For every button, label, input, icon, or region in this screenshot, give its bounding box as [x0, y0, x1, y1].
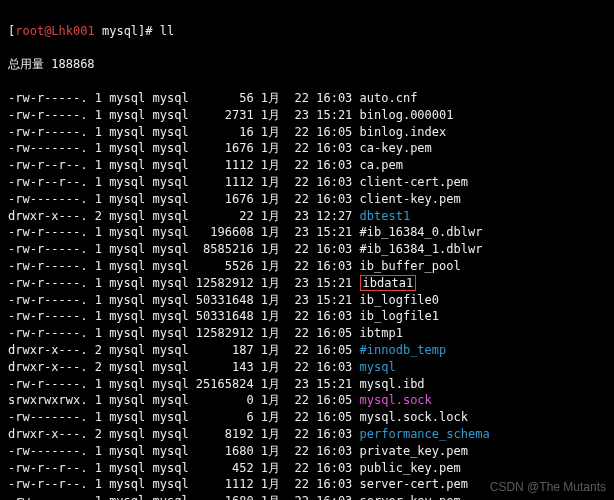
file-name: mysql.sock — [360, 393, 432, 407]
prompt-line[interactable]: [root@Lhk001 mysql]# ll — [8, 23, 606, 40]
terminal-output: [root@Lhk001 mysql]# ll 总用量 188868 -rw-r… — [0, 0, 614, 500]
file-row: drwxr-x---. 2 mysql mysql 8192 1月 22 16:… — [8, 426, 606, 443]
file-name: #innodb_temp — [360, 343, 447, 357]
file-name: server-cert.pem — [360, 477, 468, 491]
file-row: -rw-r-----. 1 mysql mysql 25165824 1月 23… — [8, 376, 606, 393]
file-name: public_key.pem — [360, 461, 461, 475]
file-row: -rw-------. 1 mysql mysql 1676 1月 22 16:… — [8, 140, 606, 157]
file-name: mysql — [360, 360, 396, 374]
file-row: -rw-r-----. 1 mysql mysql 12582912 1月 22… — [8, 325, 606, 342]
file-row: -rw-r-----. 1 mysql mysql 2731 1月 23 15:… — [8, 107, 606, 124]
file-name: ibdata1 — [360, 275, 417, 291]
file-row: -rw-r-----. 1 mysql mysql 196608 1月 23 1… — [8, 224, 606, 241]
file-name: ib_logfile1 — [360, 309, 439, 323]
file-name: #ib_16384_0.dblwr — [360, 225, 483, 239]
file-name: binlog.index — [360, 125, 447, 139]
file-name: private_key.pem — [360, 444, 468, 458]
file-row: srwxrwxrwx. 1 mysql mysql 0 1月 22 16:05 … — [8, 392, 606, 409]
file-name: ca-key.pem — [360, 141, 432, 155]
file-name: ibtmp1 — [360, 326, 403, 340]
file-row: -rw-r-----. 1 mysql mysql 50331648 1月 23… — [8, 292, 606, 309]
file-name: client-cert.pem — [360, 175, 468, 189]
file-row: -rw-r-----. 1 mysql mysql 12582912 1月 23… — [8, 275, 606, 292]
file-name: binlog.000001 — [360, 108, 454, 122]
file-name: #ib_16384_1.dblwr — [360, 242, 483, 256]
file-name: mysql.sock.lock — [360, 410, 468, 424]
file-name: ib_logfile0 — [360, 293, 439, 307]
file-row: -rw-r--r--. 1 mysql mysql 1112 1月 22 16:… — [8, 174, 606, 191]
file-row: -rw-r-----. 1 mysql mysql 8585216 1月 22 … — [8, 241, 606, 258]
file-row: -rw-r-----. 1 mysql mysql 5526 1月 22 16:… — [8, 258, 606, 275]
file-name: auto.cnf — [360, 91, 418, 105]
file-name: performance_schema — [360, 427, 490, 441]
file-row: -rw-r--r--. 1 mysql mysql 1112 1月 22 16:… — [8, 157, 606, 174]
file-row: -rw-r-----. 1 mysql mysql 56 1月 22 16:03… — [8, 90, 606, 107]
watermark: CSDN @The Mutants — [490, 479, 606, 496]
file-name: server-key.pem — [360, 494, 461, 500]
file-name: mysql.ibd — [360, 377, 425, 391]
file-row: -rw-------. 1 mysql mysql 6 1月 22 16:05 … — [8, 409, 606, 426]
file-name: ca.pem — [360, 158, 403, 172]
file-row: -rw-------. 1 mysql mysql 1676 1月 22 16:… — [8, 191, 606, 208]
file-row: -rw-------. 1 mysql mysql 1680 1月 22 16:… — [8, 443, 606, 460]
file-name: dbtest1 — [360, 209, 411, 223]
file-row: -rw-r-----. 1 mysql mysql 50331648 1月 22… — [8, 308, 606, 325]
file-row: drwxr-x---. 2 mysql mysql 187 1月 22 16:0… — [8, 342, 606, 359]
total-line: 总用量 188868 — [8, 56, 606, 73]
file-row: drwxr-x---. 2 mysql mysql 22 1月 23 12:27… — [8, 208, 606, 225]
file-row: -rw-r-----. 1 mysql mysql 16 1月 22 16:05… — [8, 124, 606, 141]
file-name: client-key.pem — [360, 192, 461, 206]
file-row: -rw-r--r--. 1 mysql mysql 452 1月 22 16:0… — [8, 460, 606, 477]
file-name: ib_buffer_pool — [360, 259, 461, 273]
file-row: drwxr-x---. 2 mysql mysql 143 1月 22 16:0… — [8, 359, 606, 376]
